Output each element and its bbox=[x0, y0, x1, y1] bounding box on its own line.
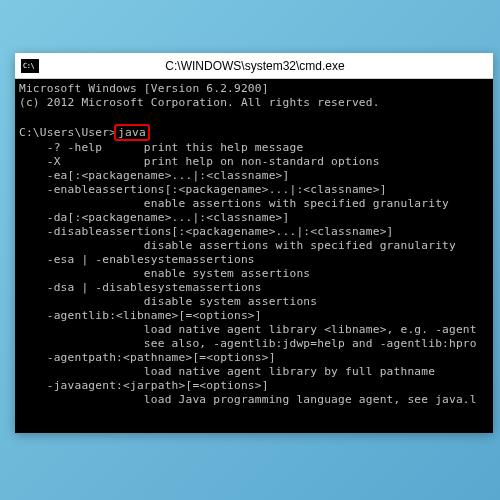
output-line: -javaagent:<jarpath>[=<options>] bbox=[19, 379, 269, 392]
titlebar[interactable]: C:\WINDOWS\system32\cmd.exe bbox=[15, 53, 493, 79]
banner-line: (c) 2012 Microsoft Corporation. All righ… bbox=[19, 96, 380, 109]
output-line: load native agent library by full pathna… bbox=[19, 365, 435, 378]
output-line: -? -help print this help message bbox=[19, 141, 303, 154]
cmd-window: C:\WINDOWS\system32\cmd.exe Microsoft Wi… bbox=[15, 53, 493, 433]
output-line: see also, -agentlib:jdwp=help and -agent… bbox=[19, 337, 477, 350]
prompt: C:\Users\User> bbox=[19, 126, 116, 139]
output-line: -agentpath:<pathname>[=<options>] bbox=[19, 351, 276, 364]
output-line: enable system assertions bbox=[19, 267, 310, 280]
output-line: -dsa | -disablesystemassertions bbox=[19, 281, 262, 294]
output-line: enable assertions with specified granula… bbox=[19, 197, 449, 210]
output-line: disable assertions with specified granul… bbox=[19, 239, 456, 252]
output-line: -da[:<packagename>...|:<classname>] bbox=[19, 211, 289, 224]
console-output[interactable]: Microsoft Windows [Version 6.2.9200] (c)… bbox=[15, 79, 493, 433]
typed-command: java bbox=[114, 124, 150, 141]
output-line: -esa | -enablesystemassertions bbox=[19, 253, 255, 266]
output-line: -agentlib:<libname>[=<options>] bbox=[19, 309, 262, 322]
output-line: -X print help on non-standard options bbox=[19, 155, 380, 168]
output-line: -ea[:<packagename>...|:<classname>] bbox=[19, 169, 289, 182]
output-line: -disableassertions[:<packagename>...|:<c… bbox=[19, 225, 394, 238]
output-line: disable system assertions bbox=[19, 295, 317, 308]
output-line: load Java programming language agent, se… bbox=[19, 393, 477, 406]
banner-line: Microsoft Windows [Version 6.2.9200] bbox=[19, 82, 269, 95]
cmd-icon bbox=[21, 59, 39, 73]
output-line: -enableassertions[:<packagename>...|:<cl… bbox=[19, 183, 387, 196]
output-line: load native agent library <libname>, e.g… bbox=[19, 323, 477, 336]
window-title: C:\WINDOWS\system32\cmd.exe bbox=[45, 59, 493, 73]
